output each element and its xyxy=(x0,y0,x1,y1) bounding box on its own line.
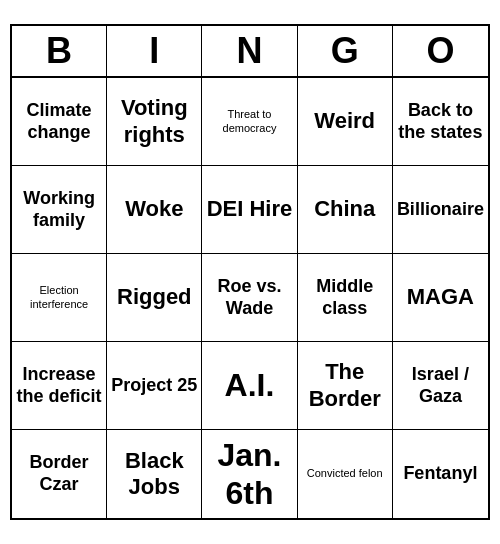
bingo-cell-14: MAGA xyxy=(393,254,488,342)
header-letter: B xyxy=(12,26,107,76)
bingo-cell-13: Middle class xyxy=(298,254,393,342)
header-letter: O xyxy=(393,26,488,76)
bingo-cell-18: The Border xyxy=(298,342,393,430)
bingo-cell-24: Fentanyl xyxy=(393,430,488,518)
bingo-cell-1: Voting rights xyxy=(107,78,202,166)
header-letter: N xyxy=(202,26,297,76)
bingo-cell-2: Threat to democracy xyxy=(202,78,297,166)
bingo-card: BINGO Climate changeVoting rightsThreat … xyxy=(10,24,490,520)
bingo-cell-12: Roe vs. Wade xyxy=(202,254,297,342)
bingo-cell-4: Back to the states xyxy=(393,78,488,166)
bingo-cell-23: Convicted felon xyxy=(298,430,393,518)
bingo-cell-19: Israel / Gaza xyxy=(393,342,488,430)
bingo-cell-11: Rigged xyxy=(107,254,202,342)
bingo-cell-15: Increase the deficit xyxy=(12,342,107,430)
bingo-cell-9: Billionaire xyxy=(393,166,488,254)
bingo-header: BINGO xyxy=(12,26,488,78)
bingo-cell-22: Jan. 6th xyxy=(202,430,297,518)
bingo-cell-7: DEI Hire xyxy=(202,166,297,254)
bingo-cell-3: Weird xyxy=(298,78,393,166)
bingo-cell-10: Election interference xyxy=(12,254,107,342)
bingo-cell-17: A.I. xyxy=(202,342,297,430)
bingo-grid: Climate changeVoting rightsThreat to dem… xyxy=(12,78,488,518)
bingo-cell-8: China xyxy=(298,166,393,254)
header-letter: I xyxy=(107,26,202,76)
bingo-cell-6: Woke xyxy=(107,166,202,254)
bingo-cell-0: Climate change xyxy=(12,78,107,166)
bingo-cell-5: Working family xyxy=(12,166,107,254)
header-letter: G xyxy=(298,26,393,76)
bingo-cell-21: Black Jobs xyxy=(107,430,202,518)
bingo-cell-16: Project 25 xyxy=(107,342,202,430)
bingo-cell-20: Border Czar xyxy=(12,430,107,518)
